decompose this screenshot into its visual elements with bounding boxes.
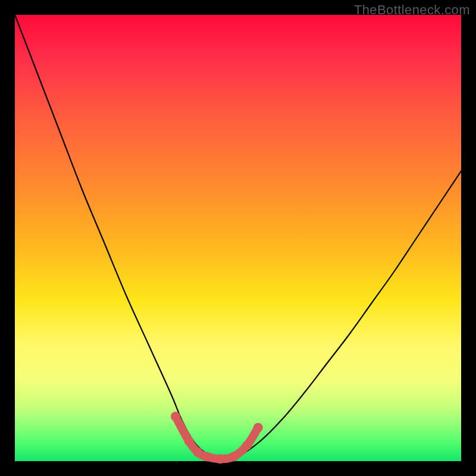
optimal-zone-dot: [171, 412, 180, 421]
optimal-zone-dot: [253, 423, 263, 433]
optimal-zone-dot: [242, 441, 252, 450]
optimal-zone-dot: [184, 436, 194, 446]
chart-svg: [15, 15, 461, 461]
watermark-text: TheBottleneck.com: [354, 2, 470, 18]
optimal-zone-dot: [193, 447, 203, 457]
plot-area: [15, 15, 461, 461]
optimal-zone-dot: [202, 452, 212, 462]
optimal-zone-dot: [229, 452, 239, 462]
chart-frame: TheBottleneck.com: [0, 0, 476, 476]
optimal-zone-dot: [215, 454, 225, 464]
bottleneck-curve-path: [15, 15, 461, 459]
